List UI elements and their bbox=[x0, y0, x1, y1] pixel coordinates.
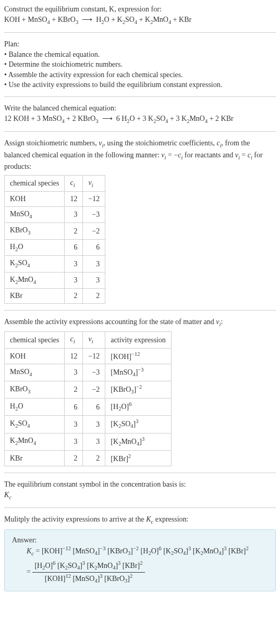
col-c: ci bbox=[65, 332, 83, 348]
table-row: MnSO4 3 −3 [MnSO4]−3 bbox=[5, 364, 172, 381]
cell-v: −3 bbox=[83, 206, 105, 222]
answer-eq2: = [H2O]6 [K2SO4]3 [K2MnO4]3 [KBr]2 [KOH]… bbox=[12, 560, 268, 585]
table-row: KBr 2 2 [KBr]2 bbox=[5, 450, 172, 466]
intro-line1: Construct the equilibrium constant, K, e… bbox=[4, 5, 162, 13]
table-row: K2MnO4 3 3 [K2MnO4]3 bbox=[5, 433, 172, 450]
table-row: KOH 12 −12 bbox=[5, 192, 105, 207]
table-row: H2O 6 6 bbox=[5, 239, 105, 255]
cell-v: 3 bbox=[83, 416, 105, 433]
table-row: KOH 12 −12 [KOH]−12 bbox=[5, 348, 172, 364]
cell-expr: [K2MnO4]3 bbox=[105, 433, 171, 450]
cell-expr: [K2SO4]3 bbox=[105, 416, 171, 433]
cell-v: 3 bbox=[83, 256, 105, 272]
table-row: K2MnO4 3 3 bbox=[5, 272, 105, 288]
plan-item: • Use the activity expressions to build … bbox=[4, 80, 276, 90]
col-v: νi bbox=[83, 175, 105, 191]
divider bbox=[4, 473, 276, 473]
cell-species: K2SO4 bbox=[5, 256, 65, 272]
table-row: KBr 2 2 bbox=[5, 289, 105, 304]
cell-v: −3 bbox=[83, 364, 105, 381]
cell-c: 2 bbox=[65, 450, 83, 466]
cell-c: 3 bbox=[65, 272, 83, 288]
cell-species: KBr bbox=[5, 450, 65, 466]
cell-expr: [KBrO3]−2 bbox=[105, 381, 171, 399]
cell-v: −12 bbox=[83, 348, 105, 364]
table-row: K2SO4 3 3 [K2SO4]3 bbox=[5, 416, 172, 433]
col-expr: activity expression bbox=[105, 332, 171, 348]
plan-section: Plan: • Balance the chemical equation. •… bbox=[4, 39, 276, 90]
divider bbox=[4, 96, 276, 97]
cell-v: −2 bbox=[83, 381, 105, 399]
cell-species: K2SO4 bbox=[5, 416, 65, 433]
answer-label: Answer: bbox=[12, 535, 268, 546]
cell-v: −2 bbox=[83, 223, 105, 239]
intro-section: Construct the equilibrium constant, K, e… bbox=[4, 4, 276, 26]
cell-c: 3 bbox=[65, 416, 83, 433]
cell-species: KBr bbox=[5, 289, 65, 304]
cell-v: 6 bbox=[83, 399, 105, 416]
cell-c: 3 bbox=[65, 206, 83, 222]
divider bbox=[4, 507, 276, 508]
cell-c: 6 bbox=[65, 239, 83, 255]
col-species: chemical species bbox=[5, 175, 65, 191]
plan-item: • Determine the stoichiometric numbers. bbox=[4, 59, 276, 70]
stoich-table: chemical species ci νi KOH 12 −12 MnSO4 … bbox=[4, 175, 105, 304]
cell-v: 3 bbox=[83, 433, 105, 450]
cell-species: KBrO3 bbox=[5, 223, 65, 239]
cell-c: 2 bbox=[65, 223, 83, 239]
cell-c: 2 bbox=[65, 289, 83, 304]
table-row: KBrO3 2 −2 bbox=[5, 223, 105, 239]
cell-species: K2MnO4 bbox=[5, 272, 65, 288]
cell-v: 2 bbox=[83, 289, 105, 304]
col-v: νi bbox=[83, 332, 105, 348]
symbol-section: The equilibrium constant symbol in the c… bbox=[4, 479, 276, 501]
table-header-row: chemical species ci νi activity expressi… bbox=[5, 332, 172, 348]
cell-expr: [MnSO4]−3 bbox=[105, 364, 171, 381]
cell-c: 3 bbox=[65, 364, 83, 381]
table-row: MnSO4 3 −3 bbox=[5, 206, 105, 222]
cell-c: 2 bbox=[65, 381, 83, 399]
cell-v: −12 bbox=[83, 192, 105, 207]
plan-item: • Assemble the activity expression for e… bbox=[4, 70, 276, 80]
assemble-section: Assemble the activity expressions accoun… bbox=[4, 317, 276, 466]
cell-c: 3 bbox=[65, 256, 83, 272]
multiply-section: Mulitply the activity expressions to arr… bbox=[4, 514, 276, 526]
answer-box: Answer: Kc = [KOH]−12 [MnSO4]−3 [KBrO3]−… bbox=[4, 529, 276, 591]
cell-expr: [H2O]6 bbox=[105, 399, 171, 416]
col-c: ci bbox=[65, 175, 83, 191]
balanced-equation: 12 KOH + 3 MnSO4 + 2 KBrO3 ⟶ 6 H2O + 3 K… bbox=[4, 114, 276, 125]
assign-text: Assign stoichiometric numbers, νi, using… bbox=[4, 138, 276, 172]
cell-expr: [KBr]2 bbox=[105, 450, 171, 466]
cell-c: 6 bbox=[65, 399, 83, 416]
divider bbox=[4, 32, 276, 33]
cell-expr: [KOH]−12 bbox=[105, 348, 171, 364]
table-row: K2SO4 3 3 bbox=[5, 256, 105, 272]
balanced-title: Write the balanced chemical equation: bbox=[4, 103, 276, 114]
activity-table: chemical species ci νi activity expressi… bbox=[4, 331, 172, 466]
cell-v: 2 bbox=[83, 450, 105, 466]
balanced-section: Write the balanced chemical equation: 12… bbox=[4, 103, 276, 125]
assign-section: Assign stoichiometric numbers, νi, using… bbox=[4, 138, 276, 304]
cell-species: KBrO3 bbox=[5, 381, 65, 399]
cell-species: MnSO4 bbox=[5, 364, 65, 381]
symbol-kc: Kc bbox=[4, 490, 276, 501]
intro-equation: KOH + MnSO4 + KBrO3 ⟶ H2O + K2SO4 + K2Mn… bbox=[4, 15, 276, 26]
cell-species: K2MnO4 bbox=[5, 433, 65, 450]
symbol-line1: The equilibrium constant symbol in the c… bbox=[4, 479, 276, 490]
cell-c: 12 bbox=[65, 192, 83, 207]
cell-v: 6 bbox=[83, 239, 105, 255]
cell-c: 3 bbox=[65, 433, 83, 450]
table-row: H2O 6 6 [H2O]6 bbox=[5, 399, 172, 416]
multiply-text: Mulitply the activity expressions to arr… bbox=[4, 514, 276, 526]
intro-text: Construct the equilibrium constant, K, e… bbox=[4, 4, 276, 15]
assemble-text: Assemble the activity expressions accoun… bbox=[4, 317, 276, 328]
table-row: KBrO3 2 −2 [KBrO3]−2 bbox=[5, 381, 172, 399]
cell-species: H2O bbox=[5, 399, 65, 416]
answer-eq1: Kc = [KOH]−12 [MnSO4]−3 [KBrO3]−2 [H2O]6… bbox=[12, 545, 268, 558]
plan-title: Plan: bbox=[4, 39, 276, 49]
table-header-row: chemical species ci νi bbox=[5, 175, 105, 191]
cell-v: 3 bbox=[83, 272, 105, 288]
cell-species: H2O bbox=[5, 239, 65, 255]
col-species: chemical species bbox=[5, 332, 65, 348]
cell-c: 12 bbox=[65, 348, 83, 364]
